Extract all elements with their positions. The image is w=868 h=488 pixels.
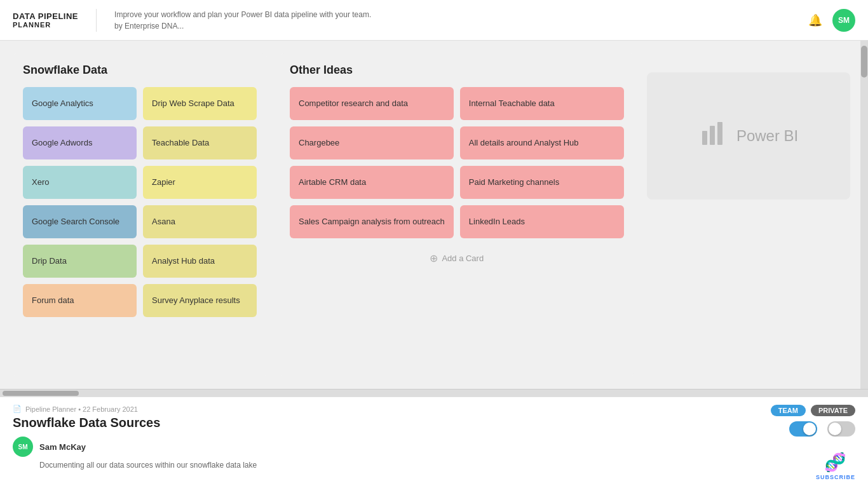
card-label: Paid Marketing channels (469, 177, 559, 188)
logo-area: DATA PIPELINE PLANNER Improve your workf… (13, 9, 371, 32)
card-label: Teachable Data (152, 138, 209, 149)
footer: 📄 Pipeline Planner • 22 February 2021 Sn… (0, 396, 868, 488)
card-label: Xero (32, 177, 49, 188)
card-asana[interactable]: Asana (143, 205, 257, 238)
card-analyst-hub-details[interactable]: All details around Analyst Hub (460, 126, 624, 159)
card-google-analytics[interactable]: Google Analytics (23, 87, 137, 120)
toggle-row (789, 421, 855, 437)
card-airtable-crm[interactable]: Airtable CRM data (290, 166, 454, 199)
other-ideas-board: Other Ideas Competitor research and data… (280, 53, 634, 376)
team-toggle[interactable] (789, 421, 817, 437)
card-internal-teachable[interactable]: Internal Teachable data (460, 87, 624, 120)
card-label: Google Analytics (32, 98, 93, 109)
snowflake-board-title: Snowflake Data (23, 64, 257, 77)
header-tagline: Improve your workflow and plan your Powe… (114, 9, 371, 32)
card-google-adwords[interactable]: Google Adwords (23, 126, 137, 159)
subscribe-icon: 🧬 (824, 452, 846, 473)
svg-rect-2 (717, 122, 722, 145)
footer-username: Sam McKay (39, 442, 86, 452)
card-label: Analyst Hub data (152, 256, 215, 267)
horizontal-scrollbar[interactable] (0, 389, 868, 396)
footer-title: Snowflake Data Sources (13, 416, 855, 430)
card-label: Survey Anyplace results (152, 295, 240, 306)
snowflake-cards-grid: Google Analytics Drip Web Scrape Data Go… (23, 87, 257, 317)
team-toggle-knob (803, 423, 816, 435)
card-google-search-console[interactable]: Google Search Console (23, 205, 137, 238)
header-divider (96, 9, 97, 32)
card-drip-web-scrape[interactable]: Drip Web Scrape Data (143, 87, 257, 120)
tagline-line1: Improve your workflow and plan your Powe… (114, 9, 371, 20)
card-label: Drip Web Scrape Data (152, 98, 234, 109)
footer-description: Documenting all our data sources within … (39, 461, 855, 470)
header: DATA PIPELINE PLANNER Improve your workf… (0, 0, 868, 41)
private-toggle-knob (829, 423, 841, 435)
logo-line1: DATA PIPELINE (13, 11, 78, 22)
card-linkedin-leads[interactable]: LinkedIn Leads (460, 205, 624, 238)
card-label: Drip Data (32, 256, 67, 267)
h-scrollbar-thumb[interactable] (3, 391, 79, 396)
logo: DATA PIPELINE PLANNER (13, 11, 78, 29)
card-chargebee[interactable]: Chargebee (290, 126, 454, 159)
header-right: 🔔 SM (808, 9, 855, 32)
card-label: Google Search Console (32, 217, 119, 227)
main-content: Snowflake Data Google Analytics Drip Web… (0, 41, 868, 389)
card-label: Internal Teachable data (469, 98, 555, 109)
snowflake-board: Snowflake Data Google Analytics Drip Web… (13, 53, 267, 376)
add-card-icon: ⊕ (430, 252, 438, 264)
other-cards-grid: Competitor research and data Internal Te… (290, 87, 624, 272)
doc-icon: 📄 (13, 405, 22, 413)
subscribe-text: SUBSCRIBE (816, 474, 855, 480)
powerbi-text: Power BI (736, 127, 798, 145)
footer-meta: 📄 Pipeline Planner • 22 February 2021 (13, 405, 855, 413)
card-survey-anyplace[interactable]: Survey Anyplace results (143, 284, 257, 317)
card-label: LinkedIn Leads (469, 217, 525, 227)
svg-rect-1 (710, 126, 715, 145)
team-badge[interactable]: TEAM (771, 405, 806, 416)
card-label: Chargebee (299, 138, 339, 149)
card-label: Zapier (152, 177, 175, 188)
scrollbar-thumb[interactable] (861, 46, 867, 78)
subscribe-area[interactable]: 🧬 SUBSCRIBE (816, 452, 855, 480)
card-drip-data[interactable]: Drip Data (23, 245, 137, 278)
card-label: Airtable CRM data (299, 177, 366, 188)
footer-right: TEAM PRIVATE (771, 405, 855, 437)
card-xero[interactable]: Xero (23, 166, 137, 199)
powerbi-logo: Power BI (698, 118, 798, 154)
card-label: Asana (152, 217, 175, 227)
card-label: All details around Analyst Hub (469, 138, 579, 149)
card-analyst-hub-data[interactable]: Analyst Hub data (143, 245, 257, 278)
svg-rect-0 (702, 131, 707, 145)
card-forum-data[interactable]: Forum data (23, 284, 137, 317)
tagline-line2: by Enterprise DNA... (114, 20, 371, 32)
footer-meta-text: Pipeline Planner • 22 February 2021 (25, 405, 138, 413)
canvas-area: Snowflake Data Google Analytics Drip Web… (0, 41, 868, 389)
powerbi-panel: Power BI (647, 72, 850, 200)
card-label: Competitor research and data (299, 98, 408, 109)
badge-row: TEAM PRIVATE (771, 405, 855, 416)
private-badge[interactable]: PRIVATE (811, 405, 855, 416)
add-card-label: Add a Card (442, 254, 484, 263)
footer-avatar: SM (13, 437, 33, 457)
card-label: Google Adwords (32, 138, 92, 149)
footer-user: SM Sam McKay (13, 437, 855, 457)
vertical-scrollbar[interactable] (860, 41, 868, 389)
avatar[interactable]: SM (832, 9, 855, 32)
card-teachable-data[interactable]: Teachable Data (143, 126, 257, 159)
add-card-button[interactable]: ⊕ Add a Card (290, 245, 624, 272)
card-zapier[interactable]: Zapier (143, 166, 257, 199)
card-paid-marketing[interactable]: Paid Marketing channels (460, 166, 624, 199)
card-sales-campaign[interactable]: Sales Campaign analysis from outreach (290, 205, 454, 238)
private-toggle[interactable] (827, 421, 855, 437)
card-competitor-research[interactable]: Competitor research and data (290, 87, 454, 120)
card-label: Sales Campaign analysis from outreach (299, 217, 445, 227)
bell-icon[interactable]: 🔔 (808, 13, 822, 27)
other-ideas-title: Other Ideas (290, 64, 624, 77)
powerbi-icon (698, 118, 729, 154)
logo-line2: PLANNER (13, 21, 78, 29)
card-label: Forum data (32, 295, 74, 306)
